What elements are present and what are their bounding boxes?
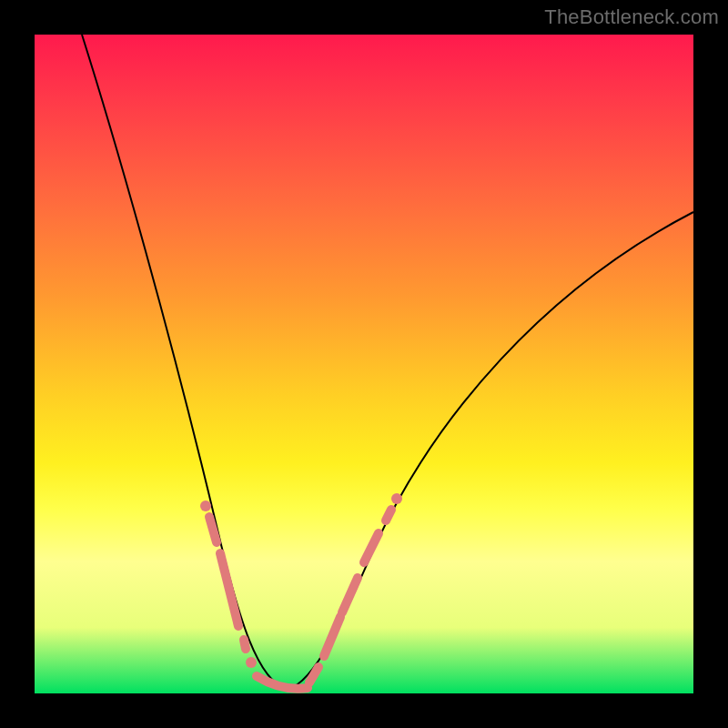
marker-dot <box>391 493 402 504</box>
marker-segment-left <box>220 553 238 626</box>
chart-frame: TheBottleneck.com <box>0 0 728 728</box>
marker-segment-right <box>309 667 318 682</box>
marker-segment-right <box>324 617 340 656</box>
marker-segment-right <box>386 510 391 521</box>
marker-dot <box>200 500 211 511</box>
plot-area <box>35 35 693 693</box>
marker-segment-right <box>342 578 358 612</box>
watermark-text: TheBottleneck.com <box>544 5 719 29</box>
marker-group <box>200 493 402 689</box>
marker-dot <box>246 657 257 668</box>
curve-path <box>82 35 693 690</box>
bottleneck-curve <box>35 35 693 693</box>
marker-segment-left <box>244 640 246 649</box>
marker-segment-right <box>364 533 379 562</box>
